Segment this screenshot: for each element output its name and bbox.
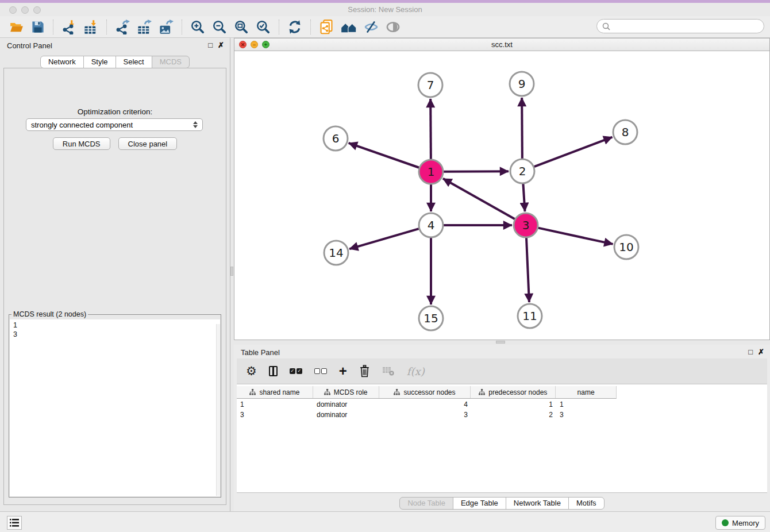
- mcds-panel: Optimization criterion: strongly connect…: [3, 68, 226, 505]
- tab-mcds[interactable]: MCDS: [152, 56, 190, 68]
- export-image-button[interactable]: [155, 18, 177, 36]
- zoom-out-button[interactable]: [209, 18, 230, 36]
- graph-edge-4-14[interactable]: [349, 229, 419, 249]
- graph-edge-3-1[interactable]: [443, 179, 515, 219]
- cell-shared-name[interactable]: 1: [237, 400, 313, 409]
- graph-edge-1-6[interactable]: [349, 143, 419, 168]
- cell-successor-nodes[interactable]: 4: [379, 400, 471, 409]
- add-column-button[interactable]: +: [339, 366, 347, 376]
- float-panel-icon[interactable]: □: [208, 41, 213, 50]
- search-input[interactable]: [614, 22, 759, 30]
- tab-network-table[interactable]: Network Table: [506, 497, 569, 510]
- horizontal-splitter[interactable]: [234, 340, 770, 345]
- column-header-predecessor-nodes[interactable]: predecessor nodes: [471, 386, 556, 398]
- graph-edge-3-10[interactable]: [538, 228, 613, 244]
- select-stepper-icon: [193, 121, 198, 128]
- select-all-button[interactable]: ✓✓: [290, 368, 302, 374]
- graph-edge-1-7[interactable]: [430, 99, 431, 159]
- cell-predecessor-nodes[interactable]: 1: [471, 400, 556, 409]
- export-network-button[interactable]: [111, 18, 133, 36]
- graph-node-label-6: 6: [332, 132, 340, 145]
- graph-node-label-8: 8: [622, 125, 629, 139]
- search-box[interactable]: [596, 19, 764, 33]
- apply-layout-button[interactable]: [284, 18, 306, 36]
- criterion-select[interactable]: strongly connected component: [26, 118, 203, 131]
- graph-node-label-14: 14: [329, 246, 343, 260]
- vertical-splitter[interactable]: [230, 38, 234, 511]
- clear-selection-icon: [314, 368, 327, 374]
- graph-edge-3-11[interactable]: [526, 238, 529, 302]
- tab-motifs[interactable]: Motifs: [568, 497, 605, 510]
- table-row[interactable]: 1 dominator 4 1 1: [237, 399, 617, 409]
- optimization-criterion-label: Optimization criterion:: [4, 107, 226, 116]
- clear-selection-button[interactable]: [314, 368, 327, 374]
- trash-icon: [359, 365, 370, 377]
- criterion-value: strongly connected component: [31, 121, 193, 129]
- tab-network[interactable]: Network: [40, 56, 84, 68]
- search-icon: [602, 22, 610, 30]
- tab-select[interactable]: Select: [116, 56, 152, 68]
- cell-mcds-role[interactable]: dominator: [313, 400, 379, 409]
- control-panel: Control Panel □ ✗ Network Style Select M…: [0, 38, 230, 511]
- delete-column-button[interactable]: [359, 365, 370, 377]
- cell-name[interactable]: 3: [556, 410, 617, 419]
- graph-node-label-3: 3: [522, 218, 530, 232]
- splitter-grip[interactable]: [230, 267, 233, 276]
- table-options-button[interactable]: ⚙: [246, 365, 257, 377]
- column-header-name[interactable]: name: [556, 386, 616, 398]
- graph-edge-2-9[interactable]: [522, 98, 522, 159]
- save-session-button[interactable]: [28, 19, 48, 35]
- tab-node-table[interactable]: Node Table: [399, 497, 453, 510]
- graph-edge-1-2[interactable]: [444, 171, 509, 172]
- float-panel-icon[interactable]: □: [748, 348, 753, 357]
- network-window-titlebar[interactable]: ✕ − + scc.txt: [234, 38, 769, 51]
- column-header-mcds-role[interactable]: MCDS role: [313, 386, 379, 398]
- tab-style[interactable]: Style: [83, 56, 116, 68]
- close-panel-icon[interactable]: ✗: [218, 41, 224, 50]
- copy-network-button[interactable]: [315, 18, 337, 36]
- tab-edge-table[interactable]: Edge Table: [453, 497, 506, 510]
- network-window-title: scc.txt: [234, 40, 769, 49]
- zoom-fit-button[interactable]: [230, 18, 252, 36]
- table-row[interactable]: 3 dominator 3 2 3: [237, 409, 617, 419]
- run-mcds-button[interactable]: Run MCDS: [53, 137, 110, 150]
- import-network-button[interactable]: [58, 18, 80, 36]
- graph-edge-2-3[interactable]: [523, 184, 525, 211]
- mcds-result-text[interactable]: 1 3: [10, 319, 220, 496]
- hide-selected-button[interactable]: [360, 19, 382, 35]
- graph-node-label-1: 1: [428, 165, 435, 179]
- export-table-button[interactable]: [133, 18, 155, 36]
- import-table-button[interactable]: [80, 18, 102, 36]
- cell-predecessor-nodes[interactable]: 2: [471, 410, 556, 419]
- open-file-button[interactable]: [6, 19, 28, 35]
- close-panel-button[interactable]: Close panel: [118, 137, 178, 150]
- control-panel-tabs: Network Style Select MCDS: [0, 56, 230, 68]
- cell-shared-name[interactable]: 3: [237, 410, 313, 419]
- graph-edge-2-8[interactable]: [534, 137, 613, 167]
- cell-mcds-role[interactable]: dominator: [313, 410, 379, 419]
- zoom-selected-button[interactable]: [252, 18, 274, 36]
- close-panel-icon[interactable]: ✗: [758, 348, 764, 357]
- show-columns-button[interactable]: [269, 366, 278, 376]
- cell-successor-nodes[interactable]: 3: [379, 410, 471, 419]
- first-neighbors-button[interactable]: [337, 19, 360, 35]
- import-network-icon: [61, 20, 76, 34]
- node-table: shared name MCDS role successor nodes pr…: [237, 384, 767, 493]
- column-header-shared-name[interactable]: shared name: [237, 386, 313, 398]
- column-header-successor-nodes[interactable]: successor nodes: [379, 386, 471, 398]
- network-graph[interactable]: 7968124314101511: [234, 52, 769, 341]
- zoom-in-button[interactable]: [187, 18, 209, 36]
- result-scrollbar[interactable]: [216, 324, 220, 496]
- splitter-grip[interactable]: [496, 341, 505, 344]
- zoom-in-icon: [190, 20, 205, 34]
- zoom-selected-icon: [256, 20, 271, 34]
- graph-node-label-15: 15: [424, 311, 438, 325]
- show-all-button[interactable]: [382, 19, 404, 35]
- table-tabs: Node Table Edge Table Network Table Moti…: [234, 497, 770, 510]
- network-canvas[interactable]: 7968124314101511: [234, 52, 769, 340]
- memory-button[interactable]: Memory: [715, 516, 765, 530]
- console-button[interactable]: [7, 516, 22, 530]
- plus-icon: +: [339, 366, 347, 376]
- cell-name[interactable]: 1: [556, 400, 617, 409]
- column-type-icon: [249, 389, 256, 395]
